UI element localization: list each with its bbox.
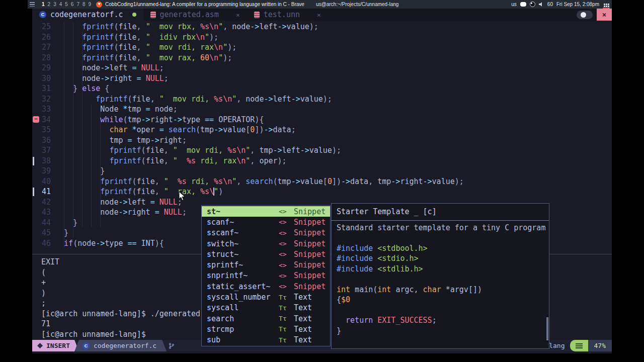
completion-kind-label: Snippet: [294, 271, 330, 280]
apps-grid-icon[interactable]: [604, 4, 605, 5]
git-branch-icon: [169, 342, 175, 349]
terminal-line: 71: [41, 319, 200, 329]
doc-line: Standard starter template for a tiny C p…: [332, 223, 549, 233]
line-number: 39: [39, 166, 51, 176]
doc-line: #include <stdlib.h>: [332, 264, 549, 275]
snippet-kind-icon: <>: [279, 261, 294, 269]
workspace-5[interactable]: 5: [65, 2, 68, 7]
terminal-split[interactable]: EXIT(+);[ic@arch unnamed-lang]$ ./genera…: [41, 257, 200, 339]
workspace-8[interactable]: 8: [83, 2, 86, 7]
volume-icon[interactable]: [539, 2, 544, 7]
workspace-6[interactable]: 6: [71, 2, 74, 7]
doc-line: }: [332, 326, 549, 336]
system-tray: us 60 Fri Sep 15, 2:08pm: [511, 0, 610, 9]
text-kind-icon: Ττ: [279, 325, 294, 333]
completion-item-search[interactable]: searchΤτText: [202, 313, 330, 324]
c-file-icon: C: [83, 342, 90, 349]
doc-separator: [332, 220, 549, 221]
close-window-button[interactable]: ×: [597, 9, 612, 21]
code-line[interactable]: 36 tmp = tmp->right;: [32, 135, 612, 146]
workspace-3[interactable]: 3: [53, 2, 56, 7]
focused-window-title: CobbCoding1/unnamed-lang: A compiler for…: [105, 2, 304, 7]
completion-item-syscall[interactable]: syscallΤτText: [202, 303, 330, 313]
terminal-line: +: [41, 278, 200, 288]
completion-kind-label: Text: [294, 303, 330, 312]
workspace-2[interactable]: 2: [48, 2, 51, 7]
snippet-doc-body: Standard starter template for a tiny C p…: [332, 223, 549, 336]
completion-item-static_assert[interactable]: static_assert~<>Snippet: [202, 281, 330, 292]
line-number: 28: [39, 53, 51, 63]
close-buffer-icon[interactable]: ×: [317, 11, 321, 19]
completion-item-sprintf[interactable]: sprintf~<>Snippet: [202, 259, 330, 270]
code-line[interactable]: 25 fprintf(file, " mov rbx, %s\n", node-…: [32, 22, 612, 32]
discord-tray-icon[interactable]: [520, 2, 526, 7]
workspace-4[interactable]: 4: [59, 2, 62, 7]
completion-item-sub[interactable]: subΤτText: [202, 335, 330, 345]
completion-kind-label: Snippet: [294, 260, 330, 269]
workspace-7[interactable]: 7: [76, 2, 79, 7]
keyboard-layout-indicator[interactable]: us: [511, 2, 517, 7]
buffer-tab-label: codegeneratorf.c: [50, 10, 123, 19]
completion-item-strcmp[interactable]: strcmpΤτText: [202, 324, 330, 334]
code-line[interactable]: 39 }: [32, 166, 612, 176]
completion-item-syscall_number[interactable]: syscall_numberΤτText: [202, 292, 330, 302]
doc-line: #include <stdio.h>: [332, 253, 549, 264]
snippet-kind-icon: <>: [279, 272, 294, 280]
obs-tray-icon[interactable]: [530, 2, 535, 7]
line-number: 41: [39, 187, 51, 197]
code-line[interactable]: 35 char *oper = search(tmp->value[0])->d…: [32, 125, 612, 135]
code-line[interactable]: 31 } else {: [32, 83, 612, 94]
vim-logo-icon: [37, 343, 43, 348]
completion-item-struct[interactable]: struct~<>Snippet: [202, 249, 330, 259]
completion-item-scanf[interactable]: scanf~<>Snippet: [202, 217, 330, 227]
line-number: 44: [39, 218, 51, 228]
code-line[interactable]: 32 fprintf(file, " mov rdi, %s\n", node-…: [32, 94, 612, 105]
line-number: 43: [39, 207, 51, 218]
code-line[interactable]: 30 node->right = NULL;: [32, 73, 612, 84]
top-bar: 1 2 3 4 5 6 7 8 9 CobbCoding1/unnamed-la…: [28, 0, 612, 9]
buffer-tab-generated-asm[interactable]: generated.asm ×: [143, 9, 247, 21]
doc-line: #include <stdbool.h>: [332, 243, 549, 254]
line-number: 35: [39, 125, 51, 135]
code-line[interactable]: 26 fprintf(file, " idiv rbx\n");: [32, 32, 612, 43]
completion-item-st[interactable]: st~<>Snippet: [202, 206, 330, 217]
doc-scrollbar[interactable]: [546, 317, 548, 340]
line-number: 38: [39, 156, 51, 166]
code-line[interactable]: 40 fprintf(file, " %s rdi, %s\n", search…: [32, 176, 612, 187]
completion-kind-label: Snippet: [294, 218, 330, 227]
completion-item-sscanf[interactable]: sscanf~<>Snippet: [202, 228, 330, 238]
asm-file-icon: [150, 12, 156, 18]
code-line[interactable]: 33 Node *tmp = node;: [32, 104, 612, 115]
code-line[interactable]: 28 fprintf(file, " mov rax, 60\n");: [32, 53, 612, 63]
line-number: 42: [39, 197, 51, 208]
close-buffer-icon[interactable]: ×: [236, 11, 240, 19]
doc-line: {$0: [332, 295, 549, 305]
terminal-line: [ic@arch unnamed-lang]$: [41, 329, 200, 340]
snippet-kind-icon: <>: [279, 218, 294, 226]
line-number: 46: [39, 238, 51, 249]
terminal-line: EXIT: [41, 257, 200, 267]
text-kind-icon: Ττ: [279, 336, 294, 344]
code-line[interactable]: −34 while(tmp->right->type == OPERATOR){: [32, 115, 612, 125]
code-line[interactable]: 37 fprintf(file, " mov rdi, %s\n", tmp->…: [32, 145, 612, 156]
line-number: 30: [39, 73, 51, 84]
code-line[interactable]: 41 fprintf(file, " rax, %s\"): [32, 187, 612, 197]
editor-window: C codegeneratorf.c generated.asm × test.…: [32, 9, 612, 353]
c-file-icon: C: [39, 11, 46, 18]
workspace-1[interactable]: 1: [42, 2, 45, 7]
text-kind-icon: Ττ: [279, 294, 294, 301]
code-line[interactable]: 27 fprintf(file, " mov rdi, rax\n");: [32, 42, 612, 53]
modified-dot-icon: [132, 13, 136, 17]
workspace-9[interactable]: 9: [89, 2, 92, 7]
line-number: 29: [39, 63, 51, 73]
code-line[interactable]: 38 fprintf(file, " %s rdi, rax\n", oper)…: [32, 156, 612, 166]
code-line[interactable]: 29 node->left = NULL;: [32, 63, 612, 73]
completion-item-switch[interactable]: switch~<>Snippet: [202, 238, 330, 249]
doc-line: int main(int argc, char *argv[]): [332, 285, 549, 295]
line-number: 25: [39, 22, 51, 32]
text-kind-icon: Ττ: [279, 315, 294, 322]
buffer-tab-codegeneratorf-c[interactable]: C codegeneratorf.c: [32, 9, 143, 21]
buffer-pin-toggle-icon[interactable]: [577, 11, 593, 19]
completion-item-snprintf[interactable]: snprintf~<>Snippet: [202, 270, 330, 281]
buffer-tab-test-unn[interactable]: test.unn ×: [247, 9, 328, 21]
